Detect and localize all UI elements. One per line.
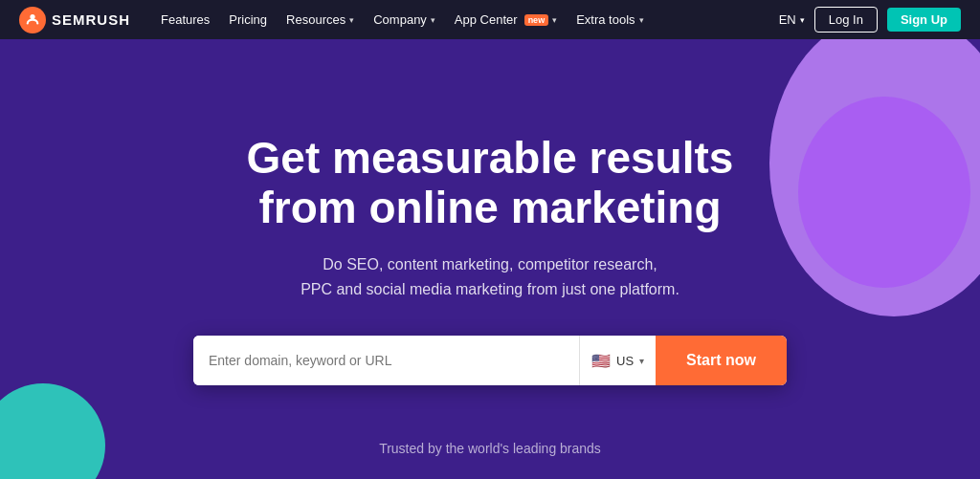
navbar: SEMRUSH Features Pricing Resources ▾ Com…	[0, 0, 980, 39]
hero-subtitle: Do SEO, content marketing, competitor re…	[193, 252, 787, 301]
new-badge: new	[524, 14, 549, 26]
language-selector[interactable]: EN ▾	[779, 12, 805, 27]
hero-content: Get measurable results from online marke…	[174, 133, 806, 386]
nav-extra-tools[interactable]: Extra tools ▾	[576, 12, 643, 27]
chevron-down-icon: ▾	[639, 15, 644, 25]
chevron-down-icon: ▾	[552, 15, 557, 25]
svg-point-1	[30, 13, 34, 18]
search-bar: 🇺🇸 US ▾ Start now	[193, 336, 787, 385]
hero-title: Get measurable results from online marke…	[193, 133, 787, 234]
logo[interactable]: SEMRUSH	[19, 7, 130, 33]
signup-button[interactable]: Sign Up	[887, 8, 961, 32]
start-now-button[interactable]: Start now	[656, 336, 787, 385]
search-input[interactable]	[193, 336, 579, 385]
deco-circle-right-inner	[798, 97, 970, 288]
hero-section: Get measurable results from online marke…	[0, 39, 980, 479]
nav-links: Features Pricing Resources ▾ Company ▾ A…	[161, 12, 756, 27]
trusted-text: Trusted by the world's leading brands	[379, 441, 601, 456]
country-selector[interactable]: 🇺🇸 US ▾	[579, 336, 656, 385]
nav-resources[interactable]: Resources ▾	[286, 12, 354, 27]
nav-features[interactable]: Features	[161, 12, 210, 27]
deco-circle-bottom-left	[0, 383, 105, 479]
nav-app-center[interactable]: App Center new ▾	[455, 12, 557, 27]
chevron-down-icon: ▾	[431, 15, 435, 25]
nav-right: EN ▾ Log In Sign Up	[779, 7, 961, 33]
flag-icon: 🇺🇸	[591, 352, 611, 370]
chevron-down-icon: ▾	[639, 356, 644, 366]
login-button[interactable]: Log In	[814, 7, 878, 33]
logo-text: SEMRUSH	[52, 11, 130, 28]
nav-company[interactable]: Company ▾	[373, 12, 435, 27]
chevron-down-icon: ▾	[349, 15, 354, 25]
chevron-down-icon: ▾	[800, 15, 805, 25]
nav-pricing[interactable]: Pricing	[229, 12, 267, 27]
